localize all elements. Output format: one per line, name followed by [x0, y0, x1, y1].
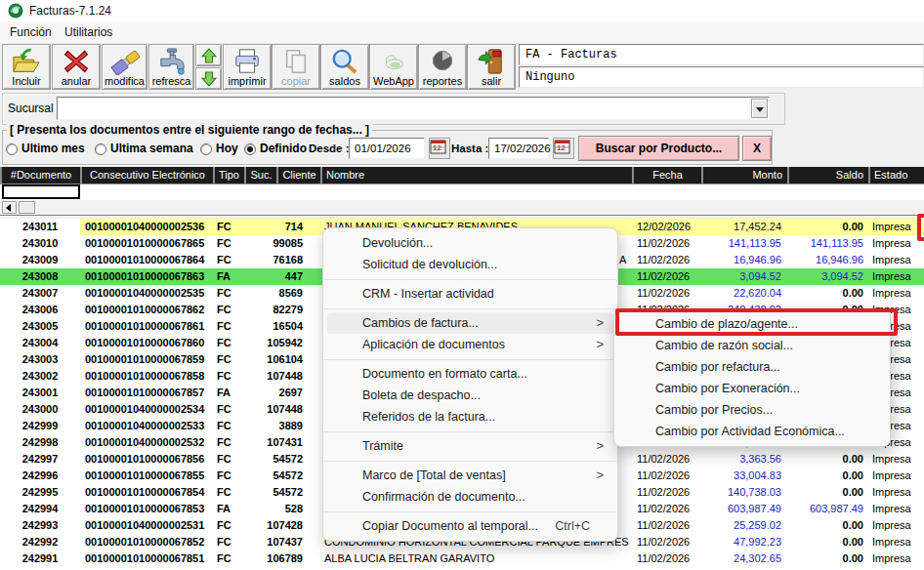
sucursal-combobox[interactable] — [57, 97, 770, 120]
horizontal-scrollbar[interactable] — [0, 200, 924, 215]
menu-funcion[interactable]: Función — [2, 21, 60, 43]
salir-icon — [468, 47, 515, 75]
cell-consecutivo: 00100001010000067855 — [85, 468, 212, 484]
menu-item[interactable]: Documento en formato carta... — [327, 363, 613, 385]
date-range-title: [ Presenta los documentos entre el sigui… — [7, 123, 372, 137]
cell-saldo: 0.00 — [781, 550, 863, 567]
webapp-button[interactable]: WebApp — [369, 44, 418, 90]
cell-saldo: 141,113.95 — [781, 235, 863, 252]
scroll-left-button[interactable] — [2, 201, 17, 214]
doc-type-field[interactable]: FA - Facturas — [519, 44, 924, 65]
cell-estado: Impresa — [872, 468, 923, 484]
imprimir-button[interactable]: imprimir — [223, 44, 272, 90]
calendar-icon: 12 — [554, 139, 571, 156]
triangle-left-icon — [6, 204, 11, 212]
menu-item[interactable]: CRM - Insertar actividad — [327, 283, 613, 305]
cell-consecutivo: 00100001010000067854 — [85, 484, 212, 501]
radio-definido[interactable] — [244, 143, 256, 155]
cell-saldo: 16,946.96 — [781, 252, 863, 268]
move-down-button[interactable] — [195, 67, 222, 90]
app-window: Facturas-7.1.24 Función Utilitarios Incl… — [0, 0, 924, 570]
cell-fecha: 11/02/2026 — [637, 468, 699, 484]
cell-documento: 242999 — [2, 418, 78, 434]
radio-ultimo-mes[interactable] — [6, 143, 18, 155]
cell-saldo: 0.00 — [781, 451, 863, 468]
menu-item[interactable]: Trámite> — [327, 435, 613, 457]
cell-monto: 140,738.03 — [697, 484, 781, 501]
column-header[interactable]: Monto — [703, 167, 787, 183]
menu-item[interactable]: Marco de [Total de ventas]> — [327, 465, 613, 486]
cell-estado: Impresa — [872, 484, 923, 501]
column-header[interactable]: Tipo — [215, 167, 244, 183]
menu-item[interactable]: Cambio por refactura... — [618, 356, 886, 378]
menu-item[interactable]: Cambio por Precios... — [618, 399, 886, 421]
cell-nombre: ALBA LUCIA BELTRAN GARAVITO — [324, 550, 629, 567]
desde-input[interactable]: 01/01/2026 — [349, 138, 425, 159]
radio-ultima-semana[interactable] — [95, 143, 106, 155]
cell-documento: 243009 — [2, 252, 78, 268]
salir-button[interactable]: salir — [467, 44, 516, 90]
menu-item[interactable]: Boleta de despacho... — [327, 385, 613, 406]
doc-filter-field[interactable]: Ninguno — [519, 66, 924, 88]
menu-utilitarios[interactable]: Utilitarios — [57, 21, 120, 43]
cell-saldo: 0.00 — [781, 534, 863, 550]
hasta-input[interactable]: 17/02/2026 — [488, 138, 549, 159]
cell-monto: 22,620.04 — [697, 285, 781, 302]
annotation-red-box-clipped — [917, 214, 924, 241]
menu-item[interactable]: Cambios de factura...> — [327, 312, 613, 334]
menu-item[interactable]: Copiar Documento al temporal...Ctrl+C — [327, 515, 613, 537]
cell-documento: 243001 — [2, 385, 78, 401]
column-header[interactable]: Saldo — [789, 167, 868, 183]
cell-consecutivo: 00100001040000002534 — [85, 401, 212, 418]
cell-consecutivo: 00100001010000067864 — [85, 252, 212, 268]
modifica-button[interactable]: modifica — [102, 44, 147, 90]
cell-monto: 24,302.65 — [697, 550, 781, 567]
column-header[interactable]: Suc. — [246, 167, 276, 183]
cell-fecha: 11/02/2026 — [637, 451, 699, 468]
cell-saldo: 0.00 — [781, 517, 863, 534]
cell-saldo: 0.00 — [781, 219, 863, 235]
cell-consecutivo: 00100001010000067858 — [85, 368, 212, 385]
cell-cliente: 54572 — [242, 468, 303, 484]
incluir-button[interactable]: Incluir — [2, 44, 51, 90]
menu-item[interactable]: Referidos de la factura... — [327, 406, 613, 428]
menu-item[interactable]: Cambio por Actividad Económica... — [618, 421, 886, 442]
saldos-button[interactable]: saldos — [320, 44, 369, 90]
cell-fecha: 11/02/2026 — [637, 268, 699, 285]
move-up-button[interactable] — [195, 44, 222, 66]
filter-strip — [0, 184, 924, 200]
radio-hoy[interactable] — [200, 143, 212, 155]
desde-calendar-button[interactable]: 12 — [429, 138, 450, 159]
refresca-button[interactable]: refresca — [148, 44, 194, 90]
hasta-calendar-button[interactable]: 12 — [553, 138, 574, 159]
cell-monto: 33,004.83 — [697, 468, 781, 484]
menu-item[interactable]: Cambio de razón social... — [618, 335, 886, 356]
menu-item[interactable]: Solicitud de devolución... — [327, 254, 613, 275]
column-header[interactable]: Cliente — [278, 167, 320, 183]
anular-button[interactable]: anular — [52, 44, 101, 90]
cell-cliente: 106104 — [242, 351, 303, 368]
clear-search-button[interactable]: X — [742, 136, 772, 161]
column-header[interactable]: Consecutivo Electrónico — [82, 167, 213, 183]
sucursal-dropdown-button[interactable] — [751, 99, 768, 118]
menu-item[interactable]: Aplicación de documentos> — [327, 334, 613, 355]
app-icon — [8, 3, 23, 19]
column-header[interactable]: Nombre — [322, 167, 632, 183]
column-header[interactable]: Estado — [870, 167, 924, 183]
reportes-button[interactable]: reportes — [418, 44, 467, 90]
cell-monto: 603,987.49 — [697, 501, 781, 517]
cell-consecutivo: 00100001040000002531 — [85, 517, 212, 534]
cell-cliente: 3889 — [242, 418, 303, 434]
menu-item[interactable]: Cambio por Exoneración... — [618, 378, 886, 399]
column-header[interactable]: Fecha — [634, 167, 701, 183]
menu-item[interactable]: Confirmación de documento... — [327, 486, 613, 508]
document-filter-input[interactable] — [2, 184, 80, 199]
scrollbar-thumb[interactable] — [19, 201, 35, 214]
column-header[interactable]: #Documento — [2, 167, 80, 183]
cell-saldo: 0.00 — [781, 468, 863, 484]
table-row[interactable]: 24299100100001010000067851FC106789ALBA L… — [0, 550, 924, 567]
cell-fecha: 11/02/2026 — [637, 550, 699, 567]
buscar-por-producto-button[interactable]: Buscar por Producto... — [578, 136, 739, 161]
cell-cliente: 16504 — [242, 318, 303, 335]
menu-item[interactable]: Devolución... — [327, 232, 613, 254]
